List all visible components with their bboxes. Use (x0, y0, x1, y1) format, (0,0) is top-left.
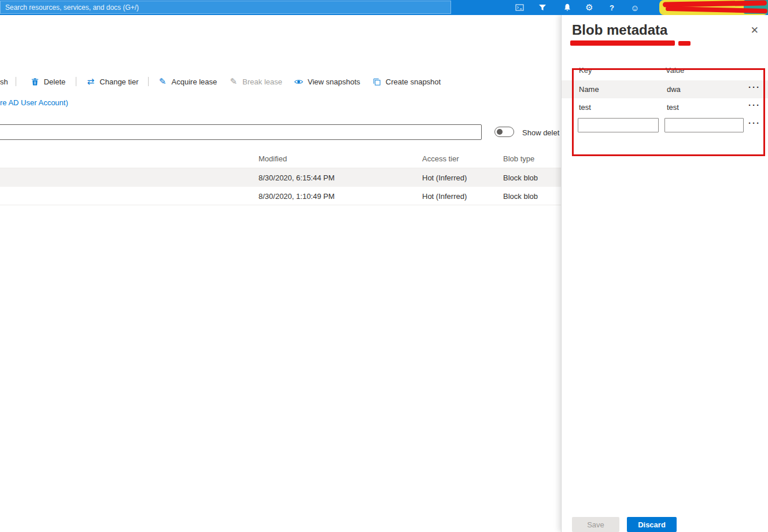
cell-access-tier: Hot (Inferred) (422, 173, 467, 182)
break-lease-button: ✎ Break lease (228, 77, 282, 87)
change-tier-button[interactable]: ⇄ Change tier (86, 77, 138, 87)
row-menu-ellipsis-icon[interactable]: ··· (748, 118, 760, 128)
redaction-bar-blob-name-end (678, 41, 691, 46)
acquire-lease-icon: ✎ (158, 77, 168, 87)
delete-button[interactable]: Delete (30, 77, 66, 87)
panel-footer: Save Discard (562, 517, 768, 532)
view-snapshots-label: View snapshots (308, 77, 360, 86)
toggle-knob (497, 129, 503, 135)
eye-icon (294, 77, 304, 87)
table-row[interactable]: 8/30/2020, 1:10:49 PM Hot (Inferred) Blo… (0, 187, 636, 205)
discard-button[interactable]: Discard (627, 517, 677, 532)
divider (76, 77, 76, 86)
row-menu-ellipsis-icon[interactable]: ··· (748, 100, 760, 110)
directory-filter-icon[interactable] (536, 1, 549, 14)
metadata-key: Name (579, 85, 599, 94)
metadata-value: dwa (667, 85, 681, 94)
delete-label: Delete (44, 77, 66, 86)
feedback-smiley-icon[interactable]: ☺ (628, 1, 642, 14)
cell-access-tier: Hot (Inferred) (422, 192, 467, 201)
change-tier-icon: ⇄ (86, 77, 95, 87)
new-value-input[interactable] (664, 118, 744, 132)
acquire-lease-label: Acquire lease (172, 77, 217, 86)
snapshot-copy-icon (372, 77, 382, 87)
metadata-new-row: ··· (562, 116, 768, 134)
metadata-value: test (667, 103, 679, 112)
refresh-button-partial[interactable]: sh (0, 77, 8, 86)
break-lease-icon: ✎ (228, 77, 238, 87)
divider (16, 77, 16, 86)
view-snapshots-button[interactable]: View snapshots (294, 77, 360, 87)
global-search-input[interactable] (0, 1, 451, 14)
column-header-modified[interactable]: Modified (259, 154, 287, 163)
metadata-key: test (579, 103, 591, 112)
cell-blob-type: Block blob (503, 173, 538, 182)
close-icon[interactable]: ✕ (751, 24, 759, 36)
new-key-input[interactable] (578, 118, 659, 132)
column-header-access-tier[interactable]: Access tier (422, 154, 459, 163)
metadata-table-header: Key Value (562, 66, 768, 80)
cell-blob-type: Block blob (503, 192, 538, 201)
blob-list: Modified Access tier Blob type 8/30/2020… (0, 149, 636, 205)
blob-metadata-panel: Blob metadata ✕ Key Value Name dwa ··· t… (561, 15, 768, 532)
blob-prefix-search-input[interactable] (0, 124, 482, 140)
settings-gear-icon[interactable]: ⚙ (582, 1, 596, 14)
redaction-bar-blob-name (570, 40, 675, 46)
change-tier-label: Change tier (99, 77, 138, 86)
notifications-bell-icon[interactable] (560, 1, 574, 14)
help-icon[interactable]: ? (605, 1, 619, 14)
trash-icon (30, 77, 40, 87)
key-column-header: Key (579, 66, 592, 75)
cell-modified: 8/30/2020, 6:15:44 PM (259, 173, 335, 182)
blob-list-header: Modified Access tier Blob type (0, 149, 636, 168)
acquire-lease-button[interactable]: ✎ Acquire lease (158, 77, 217, 87)
command-bar: sh Delete ⇄ Change tier ✎ Acquire lease … (0, 73, 441, 90)
metadata-row[interactable]: Name dwa ··· (562, 80, 768, 98)
show-deleted-label: Show delet (522, 128, 559, 137)
show-deleted-toggle[interactable] (494, 127, 514, 137)
table-row[interactable]: 8/30/2020, 6:15:44 PM Hot (Inferred) Blo… (0, 168, 636, 187)
cell-modified: 8/30/2020, 1:10:49 PM (259, 192, 335, 201)
save-button[interactable]: Save (572, 517, 619, 532)
create-snapshot-label: Create snapshot (386, 77, 441, 86)
create-snapshot-button[interactable]: Create snapshot (372, 77, 441, 87)
column-header-blob-type[interactable]: Blob type (503, 154, 534, 163)
break-lease-label: Break lease (242, 77, 282, 86)
value-column-header: Value (666, 66, 684, 75)
row-menu-ellipsis-icon[interactable]: ··· (748, 82, 760, 92)
switch-auth-account-link[interactable]: re AD User Account) (0, 98, 68, 107)
divider (148, 77, 149, 86)
page-title: Blob metadata (572, 22, 667, 38)
cloud-shell-icon[interactable] (512, 1, 526, 14)
azure-top-bar: ⚙ ? ☺ (0, 0, 768, 15)
metadata-row[interactable]: test test ··· (562, 98, 768, 116)
